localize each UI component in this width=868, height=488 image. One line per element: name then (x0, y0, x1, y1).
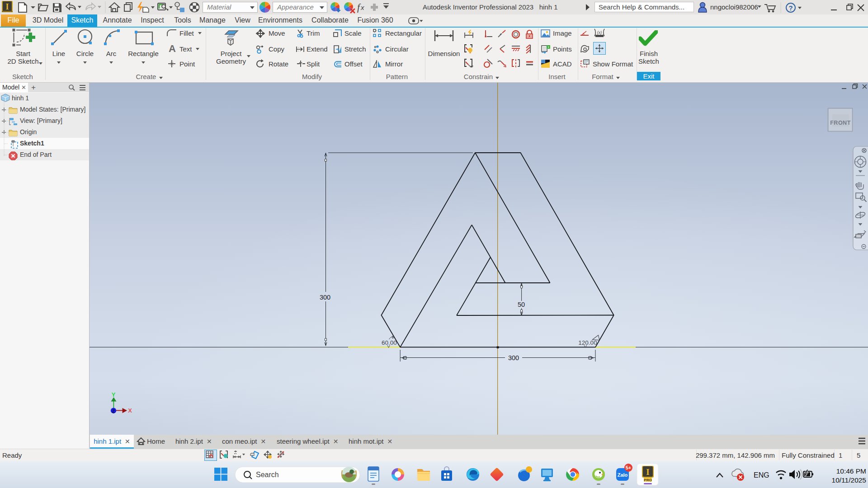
svg-text:120.00: 120.00 (578, 339, 597, 346)
svg-text:60.00: 60.00 (382, 339, 397, 346)
svg-text:A: A (169, 44, 176, 53)
svg-text:Y: Y (112, 391, 116, 398)
svg-text:10/11/2025: 10/11/2025 (832, 476, 866, 484)
svg-text:(x): (x) (597, 30, 602, 35)
svg-text:X: X (547, 46, 550, 49)
svg-text:50: 50 (518, 301, 525, 308)
svg-text:ENG: ENG (754, 471, 769, 479)
svg-text:FRONT: FRONT (830, 120, 851, 126)
svg-text:300: 300 (508, 354, 519, 361)
svg-text:x: x (360, 4, 364, 11)
svg-text:Zalo: Zalo (618, 472, 628, 478)
svg-text:I: I (646, 467, 649, 477)
svg-text:?: ? (788, 4, 793, 12)
svg-text:I: I (5, 2, 9, 11)
svg-text:X: X (128, 407, 132, 414)
svg-text:5+: 5+ (626, 465, 632, 470)
svg-text:Search: Search (256, 471, 279, 479)
svg-text:PRO: PRO (644, 478, 651, 482)
svg-text:10:46 PM: 10:46 PM (836, 467, 866, 475)
svg-text:300: 300 (320, 294, 330, 301)
svg-text:Z: Z (112, 408, 115, 414)
svg-text:nngocloi982006: nngocloi982006 (710, 3, 758, 11)
